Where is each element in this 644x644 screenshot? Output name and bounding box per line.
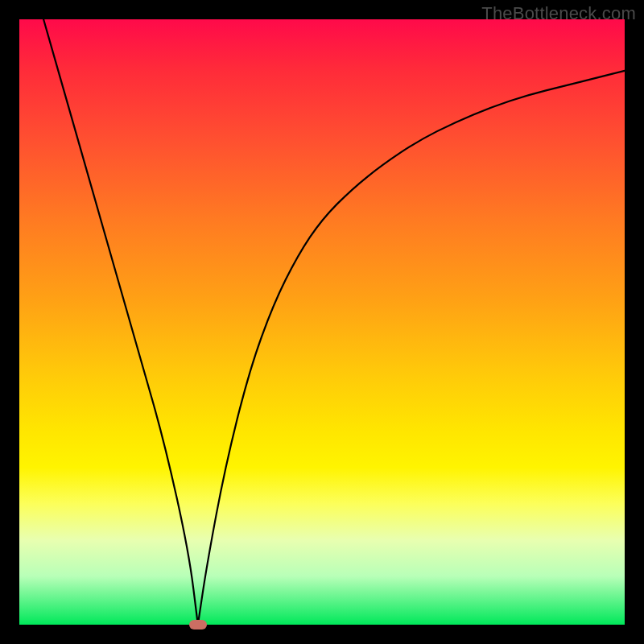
chart-plot-area xyxy=(19,19,625,625)
chart-line xyxy=(19,19,625,625)
min-marker xyxy=(189,620,207,630)
watermark-text: TheBottleneck.com xyxy=(481,3,636,24)
